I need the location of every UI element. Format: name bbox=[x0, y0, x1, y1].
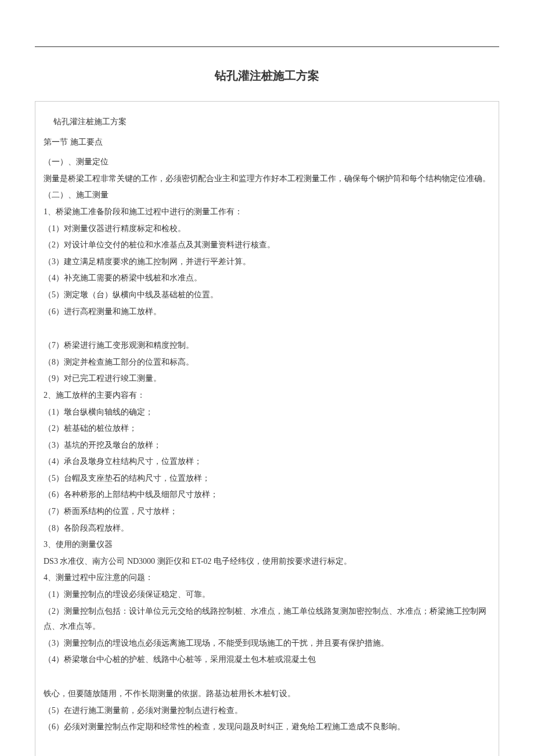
list-4-head: 4、测量过程中应注意的问题： bbox=[44, 570, 490, 586]
paragraph: DS3 水准仪、南方公司 ND3000 测距仪和 ET-02 电子经纬仪，使用前… bbox=[44, 554, 490, 570]
spacer bbox=[44, 321, 490, 337]
heading-1-1: （一）、测量定位 bbox=[44, 154, 490, 170]
list-item: （2）测量控制点包括：设计单位元元交给的线路控制桩、水准点，施工单位线路复测加密… bbox=[44, 604, 490, 635]
subtitle: 钻孔灌注桩施工方案 bbox=[53, 114, 490, 130]
list-item: （3）测量控制点的埋设地点必须远离施工现场，不能受到现场施工的干扰，并且要有保护… bbox=[44, 636, 490, 651]
paragraph: 测量是桥梁工程非常关键的工作，必须密切配合业主和监理方作好本工程测量工作，确保每… bbox=[44, 171, 490, 187]
content-box: 钻孔灌注桩施工方案 第一节 施工要点 （一）、测量定位 测量是桥梁工程非常关键的… bbox=[35, 101, 499, 756]
list-item: （7）桥面系结构的位置，尺寸放样； bbox=[44, 504, 490, 520]
paragraph-continuation: 铁心，但要随放随用，不作长期测量的依据。路基边桩用长木桩钉设。 bbox=[44, 686, 490, 702]
horizontal-rule bbox=[35, 46, 499, 47]
list-item: （5）在进行施工测量前，必须对测量控制点进行检查。 bbox=[44, 703, 490, 719]
list-item: （4）承台及墩身立柱结构尺寸，位置放样； bbox=[44, 454, 490, 470]
list-item: （3）建立满足精度要求的施工控制网，并进行平差计算。 bbox=[44, 254, 490, 270]
list-item: （2）对设计单位交付的桩位和水准基点及其测量资料进行核查。 bbox=[44, 237, 490, 253]
spacer bbox=[44, 736, 490, 749]
list-item: （4）补充施工需要的桥梁中线桩和水准点。 bbox=[44, 271, 490, 286]
list-2-head: 2、施工放样的主要内容有： bbox=[44, 388, 490, 404]
heading-1-2: （二）、施工测量 bbox=[44, 188, 490, 203]
list-item: （5）台帽及支座垫石的结构尺寸，位置放样； bbox=[44, 471, 490, 487]
list-item: （1）测量控制点的埋设必须保证稳定、可靠。 bbox=[44, 587, 490, 603]
document-page: 钻孔灌注桩施工方案 钻孔灌注桩施工方案 第一节 施工要点 （一）、测量定位 测量… bbox=[0, 0, 534, 756]
list-1-head: 1、桥梁施工准备阶段和施工过程中进行的测量工作有： bbox=[44, 204, 490, 220]
spacer bbox=[44, 669, 490, 685]
list-item: （6）必须对测量控制点作定期和经常性的检查，发现问题及时纠正，避免给工程施工造成… bbox=[44, 719, 490, 735]
document-title: 钻孔灌注桩施工方案 bbox=[35, 64, 499, 87]
list-item: （7）桥梁进行施工变形观测和精度控制。 bbox=[44, 338, 490, 354]
list-item: （5）测定墩（台）纵横向中线及基础桩的位置。 bbox=[44, 287, 490, 303]
list-item: （4）桥梁墩台中心桩的护桩、线路中心桩等，采用混凝土包木桩或混凝土包 bbox=[44, 652, 490, 668]
list-item: （1）对测量仪器进行精度标定和检校。 bbox=[44, 221, 490, 237]
list-item: （2）桩基础的桩位放样； bbox=[44, 421, 490, 437]
section-header: 第一节 施工要点 bbox=[44, 135, 490, 150]
list-item: （1）墩台纵横向轴线的确定； bbox=[44, 405, 490, 420]
list-item: （3）基坑的开挖及墩台的放样； bbox=[44, 438, 490, 453]
list-3-head: 3、使用的测量仪器 bbox=[44, 537, 490, 553]
list-item: （6）进行高程测量和施工放样。 bbox=[44, 304, 490, 320]
list-item: （6）各种桥形的上部结构中线及细部尺寸放样； bbox=[44, 487, 490, 503]
list-item: （8）各阶段高程放样。 bbox=[44, 521, 490, 537]
list-item: （8）测定并检查施工部分的位置和标高。 bbox=[44, 355, 490, 370]
list-item: （9）对已完工程进行竣工测量。 bbox=[44, 371, 490, 387]
